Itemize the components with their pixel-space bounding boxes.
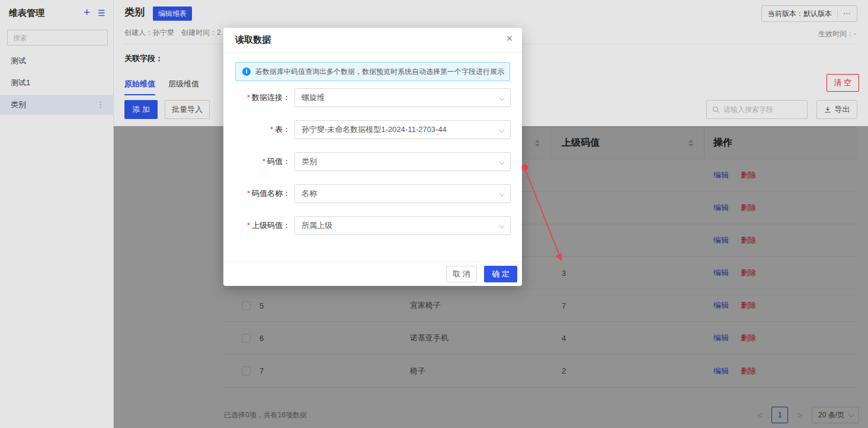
info-alert: i 若数据库中码值查询出多个数据，数据预览时系统自动选择第一个字段进行展示 — [235, 62, 510, 81]
field-label: *码值名称： — [223, 184, 290, 203]
read-data-modal: 读取数据 × i 若数据库中码值查询出多个数据，数据预览时系统自动选择第一个字段… — [223, 28, 522, 286]
required-asterisk: * — [247, 221, 250, 230]
modal-footer-divider — [223, 262, 522, 262]
info-alert-text: 若数据库中码值查询出多个数据，数据预览时系统自动选择第一个字段进行展示 — [255, 67, 504, 77]
cancel-button[interactable]: 取 消 — [446, 266, 477, 282]
required-asterisk: * — [270, 125, 273, 134]
modal-title: 读取数据 — [235, 34, 271, 46]
field-select[interactable]: 类别 — [294, 152, 511, 171]
field-select[interactable]: 名称 — [294, 184, 511, 203]
info-icon: i — [242, 67, 251, 76]
field-select[interactable]: 所属上级 — [294, 216, 511, 235]
chevron-down-icon — [499, 95, 505, 101]
required-asterisk: * — [262, 157, 265, 166]
field-label: *表： — [223, 120, 290, 139]
form-row: *码值名称：名称 — [223, 184, 522, 203]
field-select[interactable]: 孙宁燮-未命名数据模型1-2024-11-2703-44 — [294, 120, 511, 139]
confirm-button[interactable]: 确 定 — [484, 266, 517, 282]
modal-header-divider — [223, 52, 522, 53]
form-row: *表：孙宁燮-未命名数据模型1-2024-11-2703-44 — [223, 120, 522, 139]
field-label: *上级码值： — [223, 216, 290, 235]
form-row: *码值：类别 — [223, 152, 522, 171]
chevron-down-icon — [499, 223, 505, 229]
close-icon[interactable]: × — [506, 33, 513, 45]
field-label: *数据连接： — [223, 88, 290, 107]
chevron-down-icon — [499, 127, 505, 133]
required-asterisk: * — [247, 189, 250, 198]
form-row: *上级码值：所属上级 — [223, 216, 522, 235]
field-label: *码值： — [223, 152, 290, 171]
chevron-down-icon — [499, 159, 505, 165]
field-select[interactable]: 螺旋维 — [294, 88, 511, 107]
app-root: 维表管理 + ☰ 搜索 测试测试1类别⋮ 类别 编辑维表 当前版本：默认版本 ⋯… — [0, 0, 868, 428]
required-asterisk: * — [247, 93, 250, 102]
form-row: *数据连接：螺旋维 — [223, 88, 522, 107]
chevron-down-icon — [499, 191, 505, 197]
